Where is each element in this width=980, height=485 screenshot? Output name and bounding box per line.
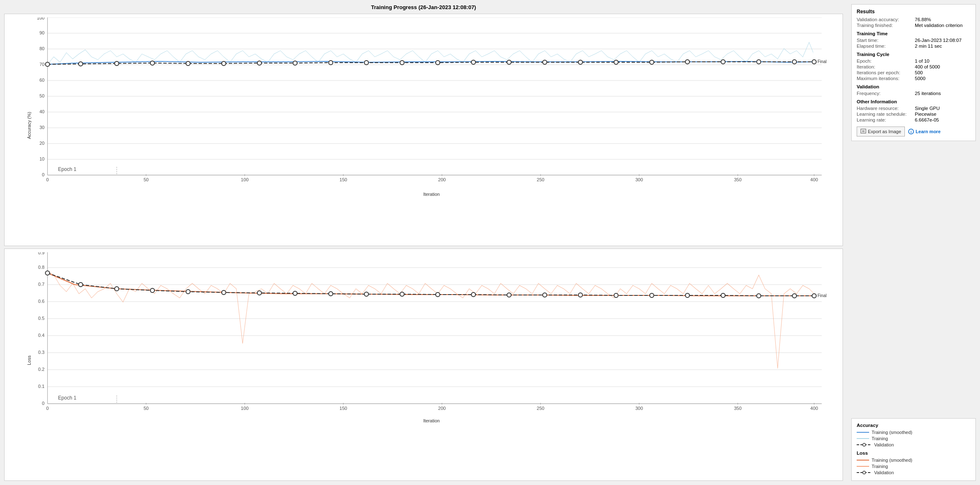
svg-text:30: 30: [39, 125, 44, 130]
svg-text:i: i: [911, 130, 912, 134]
svg-text:0.4: 0.4: [38, 333, 44, 338]
loss-svg: 0 0.1 0.2 0.3 0.4 0.5 0.6 0.7 0.8 0.9: [33, 252, 830, 418]
svg-point-53: [328, 61, 333, 65]
training-time-heading: Training Time: [857, 31, 970, 36]
export-label: Export as Image: [868, 129, 901, 134]
svg-text:80: 80: [39, 46, 44, 51]
legend-acc-training: Training: [857, 436, 970, 441]
svg-point-115: [186, 290, 190, 294]
svg-rect-70: [33, 252, 830, 418]
svg-point-58: [507, 60, 511, 64]
svg-text:0: 0: [42, 401, 44, 406]
svg-text:70: 70: [39, 62, 44, 67]
hardware-value: Single GPU: [912, 106, 970, 111]
svg-point-112: [78, 283, 83, 287]
svg-point-57: [471, 60, 475, 64]
svg-point-51: [257, 61, 262, 65]
elapsed-time-value: 2 min 11 sec: [912, 44, 970, 49]
accuracy-svg: 0 10 20 30 40 50 60 70 80 90 100: [33, 17, 830, 192]
svg-point-67: [812, 60, 816, 64]
iteration-value: 400 of 5000: [912, 64, 970, 69]
results-heading: Results: [857, 9, 970, 15]
learn-more-label: Learn more: [916, 129, 941, 134]
info-icon: i: [908, 129, 914, 134]
iter-per-epoch-value: 500: [912, 70, 970, 75]
learn-more-button[interactable]: i Learn more: [908, 129, 941, 134]
legend-loss-training-label: Training: [872, 464, 888, 469]
svg-point-50: [222, 61, 226, 66]
svg-point-47: [115, 61, 119, 66]
svg-text:0.6: 0.6: [38, 299, 44, 304]
button-row: Export as Image i Learn more: [857, 127, 970, 136]
svg-text:250: 250: [537, 177, 544, 182]
svg-point-114: [150, 288, 154, 292]
svg-point-126: [578, 293, 583, 297]
svg-point-117: [257, 291, 262, 295]
svg-text:0: 0: [42, 172, 44, 177]
svg-text:0.8: 0.8: [38, 265, 44, 270]
legend-acc-training-label: Training: [872, 436, 888, 441]
svg-rect-1: [33, 17, 830, 192]
accuracy-x-label: Iteration: [33, 192, 830, 198]
svg-point-131: [757, 294, 761, 298]
svg-text:100: 100: [241, 406, 249, 411]
svg-point-116: [222, 290, 226, 295]
svg-text:60: 60: [39, 78, 44, 83]
svg-point-121: [400, 292, 404, 296]
validation-accuracy-row: Validation accuracy: 76.88%: [857, 17, 970, 22]
svg-point-45: [45, 62, 49, 66]
other-info-heading: Other Information: [857, 99, 970, 104]
svg-text:Final: Final: [818, 293, 827, 298]
svg-point-55: [400, 61, 404, 65]
training-finished-value: Met validation criterion: [912, 23, 970, 28]
svg-point-49: [186, 61, 190, 66]
svg-text:150: 150: [340, 177, 348, 182]
validation-accuracy-label: Validation accuracy:: [857, 17, 912, 22]
loss-legend-heading: Loss: [857, 451, 970, 456]
svg-text:0.7: 0.7: [38, 282, 44, 287]
svg-point-127: [614, 293, 618, 297]
svg-text:20: 20: [39, 141, 44, 146]
svg-point-122: [436, 292, 440, 297]
svg-text:200: 200: [438, 177, 446, 182]
accuracy-y-label: Accuracy (%): [25, 17, 33, 233]
svg-text:400: 400: [810, 406, 818, 411]
svg-point-56: [436, 61, 440, 65]
svg-point-66: [792, 60, 796, 64]
svg-text:400: 400: [810, 177, 818, 182]
svg-point-113: [115, 287, 119, 291]
legend-loss-validation-label: Validation: [874, 470, 894, 475]
loss-y-label: Loss: [25, 252, 33, 468]
legend-acc-smoothed: Training (smoothed): [857, 430, 970, 435]
svg-point-141: [863, 444, 866, 446]
svg-text:0.3: 0.3: [38, 350, 44, 355]
svg-text:0.1: 0.1: [38, 384, 44, 389]
svg-point-120: [364, 292, 368, 296]
export-button[interactable]: Export as Image: [857, 127, 905, 136]
svg-text:50: 50: [144, 177, 149, 182]
lr-schedule-value: Piecewise: [912, 112, 970, 117]
start-time-value: 26-Jan-2023 12:08:07: [912, 38, 970, 43]
legend-loss-training: Training: [857, 464, 970, 469]
svg-point-124: [507, 293, 511, 297]
svg-text:100: 100: [37, 17, 45, 20]
svg-text:Epoch 1: Epoch 1: [58, 395, 77, 401]
results-panel: Results Validation accuracy: 76.88% Trai…: [851, 4, 976, 141]
validation-legend-line: [857, 443, 872, 447]
legend-panel: Accuracy Training (smoothed) Training Va…: [851, 418, 976, 481]
svg-text:350: 350: [734, 406, 742, 411]
svg-point-59: [543, 60, 547, 64]
lr-value: 6.6667e-05: [912, 117, 970, 122]
svg-point-62: [649, 60, 654, 64]
epoch-value: 1 of 10: [912, 58, 970, 63]
validation-accuracy-value: 76.88%: [912, 17, 970, 22]
svg-point-46: [78, 62, 83, 66]
svg-point-60: [578, 60, 583, 64]
right-panel: Results Validation accuracy: 76.88% Trai…: [847, 0, 980, 485]
svg-point-54: [364, 61, 368, 65]
svg-point-132: [792, 294, 796, 298]
svg-point-119: [328, 292, 333, 296]
max-iter-value: 5000: [912, 76, 970, 81]
svg-text:0: 0: [46, 406, 49, 411]
legend-loss-validation: Validation: [857, 470, 970, 475]
